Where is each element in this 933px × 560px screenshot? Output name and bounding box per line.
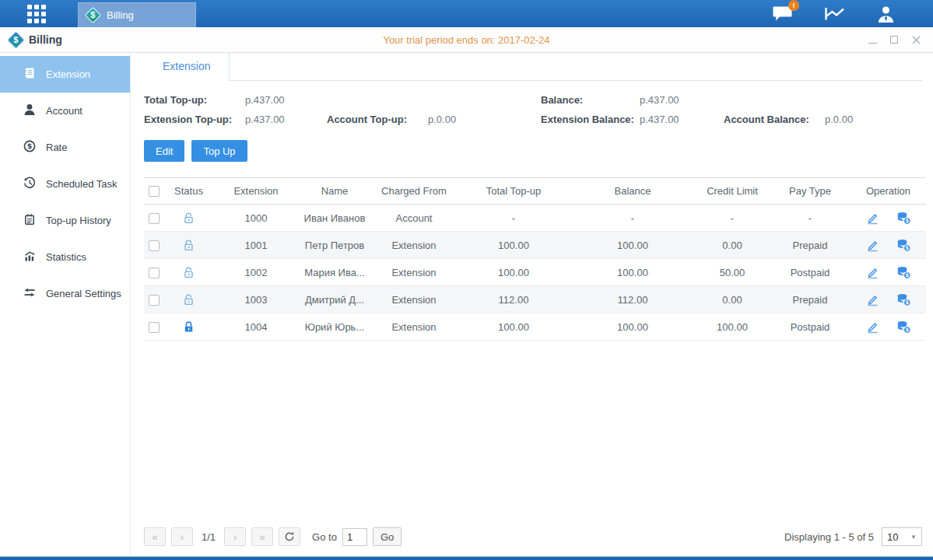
taskbar-tab-label: Billing (107, 9, 134, 21)
window-controls (868, 35, 921, 44)
window-title: Billing (29, 33, 62, 46)
topup-coins-icon[interactable]: $ (896, 320, 911, 334)
col-header-pay-type: Pay Type (770, 178, 851, 205)
edit-pencil-icon[interactable] (866, 266, 879, 279)
col-header-extension: Extension (214, 178, 298, 205)
topup-history-ledger-icon (23, 213, 36, 226)
sidebar-item-account[interactable]: Account (0, 93, 130, 129)
svg-text:$: $ (905, 272, 909, 278)
row-checkbox[interactable] (149, 240, 160, 251)
edit-pencil-icon[interactable] (866, 293, 879, 306)
notification-badge: ! (788, 0, 799, 11)
billing-app-window: $ Billing ! $ Billing Your trial period … (0, 0, 933, 560)
total-topup-label: Total Top-up: (144, 94, 245, 106)
topup-coins-icon[interactable]: $ (896, 293, 911, 306)
lock-open-icon[interactable] (183, 266, 195, 279)
page-size-value: 10 (887, 531, 898, 543)
close-icon[interactable] (911, 35, 921, 44)
table-row: 1002 Мария Ива... Extension 100.00 100.0… (144, 259, 926, 286)
user-icon (876, 5, 896, 23)
extension-balance-value: p.437.00 (640, 114, 724, 125)
extension-book-icon (23, 67, 36, 79)
sidebar-item-statistics[interactable]: Statistics (0, 239, 130, 275)
account-balance-value: p.0.00 (825, 114, 922, 125)
sidebar: Extension Account $ Rate Scheduled Task … (0, 53, 131, 556)
prev-page-button[interactable]: ‹ (171, 527, 193, 546)
row-checkbox[interactable] (149, 322, 160, 333)
edit-button[interactable]: Edit (144, 140, 184, 162)
svg-text:$: $ (905, 327, 909, 333)
displaying-info: Displaying 1 - 5 of 5 (784, 531, 874, 543)
select-all-checkbox[interactable] (149, 186, 160, 197)
edit-pencil-icon[interactable] (866, 239, 879, 252)
page-size-select[interactable]: 10 ▼ (882, 527, 922, 546)
balance-label: Balance: (541, 94, 640, 106)
page-indicator: 1/1 (202, 531, 216, 543)
app-launcher-grid-icon[interactable] (27, 5, 46, 23)
general-settings-sliders-icon (23, 286, 36, 299)
row-checkbox[interactable] (149, 295, 160, 306)
billing-title-icon: $ (8, 31, 24, 47)
goto-label: Go to (312, 531, 337, 543)
next-page-button[interactable]: › (224, 527, 246, 546)
refresh-icon (284, 531, 295, 542)
edit-pencil-icon[interactable] (866, 320, 879, 334)
account-person-icon (23, 103, 36, 116)
go-button[interactable]: Go (373, 527, 402, 546)
col-header-total-top-up: Total Top-up (457, 178, 570, 205)
balance-summary: Total Top-up: p.437.00 Balance: p.437.00… (144, 94, 922, 125)
header-checkbox-cell (144, 178, 163, 205)
extension-balance-label: Extension Balance: (541, 114, 640, 125)
rate-dollar-icon: $ (23, 140, 36, 152)
reports-button[interactable] (824, 6, 845, 22)
line-chart-icon (824, 6, 845, 22)
topbar: $ Billing ! (0, 0, 933, 27)
last-page-button[interactable]: » (251, 527, 273, 546)
extension-table: StatusExtensionNameCharged FromTotal Top… (144, 177, 926, 341)
topbar-right: ! (772, 0, 896, 27)
svg-text:$: $ (905, 218, 909, 224)
topup-coins-icon[interactable]: $ (896, 212, 911, 225)
row-checkbox[interactable] (149, 268, 160, 278)
table-row: 1001 Петр Петров Extension 100.00 100.00… (144, 232, 926, 259)
table-row: 1003 Дмитрий Д... Extension 112.00 112.0… (144, 286, 926, 313)
action-buttons: Edit Top Up (144, 140, 922, 162)
main-panel: Extension Total Top-up: p.437.00 Balance… (131, 53, 933, 556)
balance-value: p.437.00 (640, 94, 724, 106)
top-up-button[interactable]: Top Up (191, 140, 247, 162)
sidebar-item-scheduled-task[interactable]: Scheduled Task (0, 166, 130, 202)
window-title-group: $ Billing (10, 33, 62, 46)
first-page-button[interactable]: « (144, 527, 166, 546)
minimize-icon[interactable] (868, 35, 877, 44)
col-header-operation: Operation (851, 178, 926, 205)
row-checkbox[interactable] (149, 213, 160, 224)
lock-open-icon[interactable] (183, 239, 195, 252)
edit-pencil-icon[interactable] (866, 212, 879, 225)
chevron-down-icon: ▼ (910, 534, 917, 541)
notifications-button[interactable]: ! (772, 5, 793, 23)
statistics-chart-icon (23, 250, 36, 262)
sidebar-item-rate[interactable]: $ Rate (0, 129, 130, 166)
topup-coins-icon[interactable]: $ (896, 266, 911, 279)
user-menu-button[interactable] (876, 5, 896, 23)
account-balance-label: Account Balance: (724, 114, 825, 125)
scheduled-task-clock-icon (23, 177, 36, 189)
lock-open-icon[interactable] (183, 212, 195, 225)
sidebar-item-top-up-history[interactable]: Top-up History (0, 202, 130, 239)
tab-extension[interactable]: Extension (144, 53, 230, 81)
maximize-icon[interactable] (889, 35, 899, 44)
sidebar-item-general-settings[interactable]: General Settings (0, 275, 130, 312)
topup-coins-icon[interactable]: $ (896, 239, 911, 252)
col-header-charged-from: Charged From (371, 178, 457, 205)
refresh-button[interactable] (279, 527, 300, 546)
account-topup-value: p.0.00 (428, 114, 541, 125)
goto-page-input[interactable] (342, 528, 367, 546)
lock-open-icon[interactable] (183, 293, 195, 306)
table-row: 1004 Юрий Юрь... Extension 100.00 100.00… (144, 313, 926, 341)
svg-text:$: $ (905, 245, 909, 251)
taskbar-billing-tab[interactable]: $ Billing (78, 2, 196, 27)
sidebar-item-extension[interactable]: Extension (0, 56, 130, 93)
col-header-status: Status (163, 178, 214, 205)
lock-closed-icon[interactable] (183, 320, 195, 334)
billing-diamond-icon: $ (85, 7, 101, 23)
